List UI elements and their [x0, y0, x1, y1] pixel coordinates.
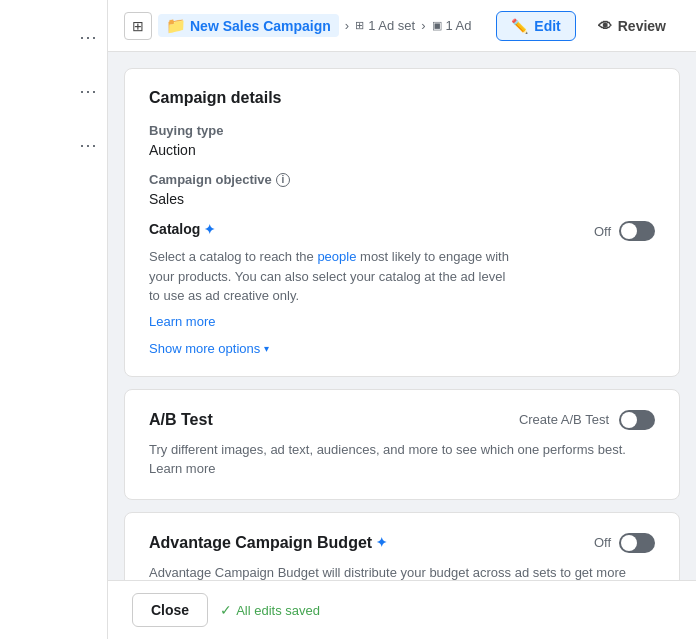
objective-label: Campaign objective i — [149, 172, 655, 187]
saved-label: All edits saved — [236, 603, 320, 618]
advantage-budget-title: Advantage Campaign Budget ✦ — [149, 534, 387, 552]
main-content: ⊞ 📁 New Sales Campaign › ⊞ 1 Ad set › ▣ … — [108, 0, 696, 639]
advantage-budget-badge: ✦ — [376, 535, 387, 550]
advantage-budget-title-text: Advantage Campaign Budget — [149, 534, 372, 552]
ab-desc-text: Try different images, ad text, audiences… — [149, 442, 626, 457]
sidebar-dots-2: ⋯ — [79, 80, 99, 102]
ab-toggle[interactable] — [619, 410, 655, 430]
show-more-label: Show more options — [149, 341, 260, 356]
buying-type-label: Buying type — [149, 123, 655, 138]
panel-icon: ⊞ — [124, 12, 152, 40]
catalog-badge: ✦ — [204, 222, 215, 237]
close-button[interactable]: Close — [132, 593, 208, 627]
breadcrumb-adset[interactable]: ⊞ 1 Ad set — [355, 18, 415, 33]
adv-desc-text: Advantage Campaign Budget will distribut… — [149, 565, 626, 581]
breadcrumb-bar: ⊞ 📁 New Sales Campaign › ⊞ 1 Ad set › ▣ … — [108, 0, 696, 52]
catalog-toggle-off-label: Off — [594, 224, 611, 239]
pencil-icon: ✏️ — [511, 18, 528, 34]
ab-test-card: A/B Test Create A/B Test Try different i… — [124, 389, 680, 500]
saved-status: ✓ All edits saved — [220, 602, 320, 618]
objective-value: Sales — [149, 191, 655, 207]
advantage-budget-toggle[interactable] — [619, 533, 655, 553]
eye-icon: 👁 — [598, 18, 612, 34]
sidebar-item-3[interactable]: ⋯ — [0, 118, 107, 172]
ab-toggle-slider — [619, 410, 655, 430]
people-link[interactable]: people — [317, 249, 356, 264]
breadcrumb-sep-2: › — [421, 18, 425, 33]
check-icon: ✓ — [220, 602, 232, 618]
breadcrumb-campaign[interactable]: 📁 New Sales Campaign — [158, 14, 339, 37]
catalog-description: Select a catalog to reach the people mos… — [149, 247, 509, 306]
ab-create-label: Create A/B Test — [519, 412, 609, 427]
ab-test-right: Create A/B Test — [519, 410, 655, 430]
campaign-name: New Sales Campaign — [190, 18, 331, 34]
catalog-learn-more[interactable]: Learn more — [149, 314, 215, 329]
breadcrumb-sep-1: › — [345, 18, 349, 33]
ad-icon: ▣ — [432, 19, 442, 32]
campaign-details-title: Campaign details — [149, 89, 655, 107]
advantage-budget-off-label: Off — [594, 535, 611, 550]
catalog-toggle[interactable] — [619, 221, 655, 241]
sidebar: ⋯ ⋯ ⋯ — [0, 0, 108, 639]
ab-learn-more[interactable]: Learn more — [149, 461, 215, 476]
breadcrumb-left: ⊞ 📁 New Sales Campaign › ⊞ 1 Ad set › ▣ … — [124, 12, 472, 40]
catalog-label-text: Catalog — [149, 221, 200, 237]
catalog-left: Catalog ✦ — [149, 221, 215, 237]
adset-label: 1 Ad set — [368, 18, 415, 33]
advantage-budget-toggle-wrapper: Off — [594, 533, 655, 553]
ab-test-description: Try different images, ad text, audiences… — [149, 440, 655, 479]
breadcrumb-ad[interactable]: ▣ 1 Ad — [432, 18, 472, 33]
folder-icon: 📁 — [166, 16, 186, 35]
advantage-budget-toggle-slider — [619, 533, 655, 553]
objective-label-text: Campaign objective — [149, 172, 272, 187]
bottom-bar: Close ✓ All edits saved — [108, 580, 696, 639]
edit-label: Edit — [534, 18, 560, 34]
panel-icon-symbol: ⊞ — [132, 18, 144, 34]
adset-icon: ⊞ — [355, 19, 364, 32]
catalog-toggle-wrapper: Off — [594, 221, 655, 241]
catalog-toggle-slider — [619, 221, 655, 241]
edit-button[interactable]: ✏️ Edit — [496, 11, 575, 41]
chevron-down-icon: ▾ — [264, 343, 269, 354]
review-button[interactable]: 👁 Review — [584, 12, 680, 40]
advantage-budget-header: Advantage Campaign Budget ✦ Off — [149, 533, 655, 553]
ab-test-header: A/B Test Create A/B Test — [149, 410, 655, 430]
catalog-desc-part1: Select a catalog to reach the — [149, 249, 317, 264]
content-area: Campaign details Buying type Auction Cam… — [108, 52, 696, 580]
sidebar-dots-3: ⋯ — [79, 134, 99, 156]
campaign-details-card: Campaign details Buying type Auction Cam… — [124, 68, 680, 377]
buying-type-value: Auction — [149, 142, 655, 158]
info-icon[interactable]: i — [276, 173, 290, 187]
sidebar-item-2[interactable]: ⋯ — [0, 64, 107, 118]
advantage-budget-description: Advantage Campaign Budget will distribut… — [149, 563, 655, 581]
catalog-label: Catalog ✦ — [149, 221, 215, 237]
catalog-row: Catalog ✦ Off — [149, 221, 655, 241]
advantage-budget-card: Advantage Campaign Budget ✦ Off Advantag… — [124, 512, 680, 581]
review-label: Review — [618, 18, 666, 34]
breadcrumb-right: ✏️ Edit 👁 Review — [496, 11, 680, 41]
sidebar-dots-1: ⋯ — [79, 26, 99, 48]
red-arrow-annotation — [108, 562, 115, 580]
ab-test-title: A/B Test — [149, 411, 213, 429]
show-more-button[interactable]: Show more options ▾ — [149, 341, 269, 356]
sidebar-item-1[interactable]: ⋯ — [0, 10, 107, 64]
ad-label: 1 Ad — [446, 18, 472, 33]
